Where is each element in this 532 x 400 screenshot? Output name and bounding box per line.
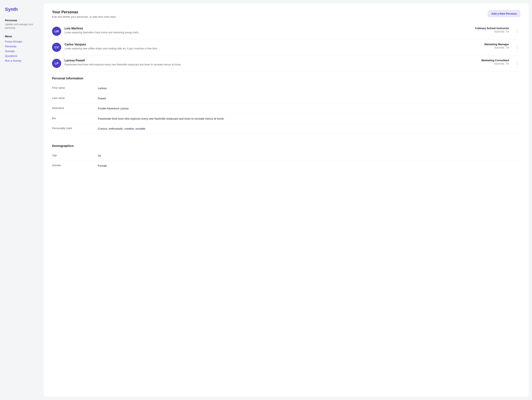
sidebar-menu-label: Menu <box>5 35 39 38</box>
sidebar-section-desc: Update and manage your personas. <box>5 23 39 30</box>
detail-label-firstname: First name <box>52 86 98 89</box>
add-persona-button[interactable]: Add a New Persona <box>488 10 520 17</box>
detail-row-lastname: Last name Powell <box>52 94 520 104</box>
detail-value-firstname: Larissa <box>98 86 520 90</box>
persona-role-block-luis: Culinary School Instructor Nashville, TN <box>475 27 509 33</box>
persona-location-carlos: Nashville, TN <box>485 46 509 49</box>
persona-list: LM Luis Martinez Loves exploring Nashvil… <box>52 23 520 71</box>
persona-name-carlos: Carlos Vasquez <box>64 43 481 46</box>
detail-label-personality: Personality traits <box>52 127 98 130</box>
persona-card-larissa[interactable]: LP Larissa Powell Passionate food lover … <box>52 55 520 71</box>
detail-value-lastname: Powell <box>98 97 520 101</box>
avatar-carlos: CV <box>52 43 61 52</box>
persona-menu-button-luis[interactable]: ⋮ <box>514 28 520 34</box>
avatar-larissa: LP <box>52 59 61 68</box>
persona-menu-button-larissa[interactable]: ⋮ <box>514 60 520 66</box>
sidebar-item-personas[interactable]: Personas <box>5 45 39 48</box>
page-header: Your Personas Edit and delete your perso… <box>52 10 520 18</box>
detail-label-age: Age <box>52 154 98 157</box>
detail-value-nickname: Foodie Adventure Larissa <box>98 106 520 111</box>
detail-label-nickname: Nickname <box>52 106 98 110</box>
detail-value-gender: Female <box>98 164 520 168</box>
persona-location-larissa: Nashville, TN <box>481 62 509 65</box>
page-title: Your Personas <box>52 10 116 14</box>
sidebar-item-surveys[interactable]: Surveys <box>5 50 39 53</box>
personal-info-title: Personal Information <box>52 77 520 80</box>
detail-row-firstname: First name Larissa <box>52 83 520 94</box>
detail-label-bio: Bio <box>52 117 98 120</box>
detail-value-bio: Passionate food lover who explores every… <box>98 117 520 121</box>
page-header-text: Your Personas Edit and delete your perso… <box>52 10 116 18</box>
demographics-section: Demographics Age 34 Gender Female <box>52 134 520 171</box>
persona-location-luis: Nashville, TN <box>475 30 509 33</box>
detail-row-bio: Bio Passionate food lover who explores e… <box>52 114 520 124</box>
main-content: Your Personas Edit and delete your perso… <box>44 3 529 397</box>
avatar-luis: LM <box>52 27 61 36</box>
persona-name-luis: Luis Martinez <box>64 27 472 30</box>
detail-value-personality: Curious, enthusiastic, creative, sociabl… <box>98 127 520 131</box>
app-logo: Synth <box>5 7 39 12</box>
persona-role-block-carlos: Marketing Manager Nashville, TN <box>485 43 509 49</box>
sidebar-item-focus-groups[interactable]: Focus Groups <box>5 40 39 43</box>
personal-info-section: Personal Information First name Larissa … <box>52 71 520 134</box>
persona-card-carlos[interactable]: CV Carlos Vasquez Loves exploring new co… <box>52 39 520 55</box>
persona-menu-button-carlos[interactable]: ⋮ <box>514 44 520 50</box>
persona-info-carlos: Carlos Vasquez Loves exploring new coffe… <box>64 43 481 50</box>
persona-info-luis: Luis Martinez Loves exploring Nashville'… <box>64 27 472 34</box>
detail-row-personality: Personality traits Curious, enthusiastic… <box>52 124 520 134</box>
sidebar-item-questions[interactable]: Questions <box>5 54 39 58</box>
detail-row-gender: Gender Female <box>52 161 520 171</box>
persona-card-luis[interactable]: LM Luis Martinez Loves exploring Nashvil… <box>52 23 520 39</box>
persona-bio-luis: Loves exploring Nashville's food scene a… <box>64 31 472 34</box>
sidebar-section-title: Personas <box>5 19 39 22</box>
detail-label-gender: Gender <box>52 164 98 167</box>
persona-role-carlos: Marketing Manager <box>485 43 509 46</box>
persona-name-larissa: Larissa Powell <box>64 59 478 62</box>
persona-role-block-larissa: Marketing Consultant Nashville, TN <box>481 59 509 65</box>
persona-info-larissa: Larissa Powell Passionate food lover who… <box>64 59 478 66</box>
sidebar-item-run-a-survey[interactable]: Run a Survey <box>5 59 39 62</box>
sidebar: Synth Personas Update and manage your pe… <box>0 0 44 400</box>
persona-bio-larissa: Passionate food lover who explores every… <box>64 63 478 66</box>
persona-bio-carlos: Loves exploring new coffee shops and cre… <box>64 47 481 50</box>
detail-row-nickname: Nickname Foodie Adventure Larissa <box>52 103 520 114</box>
detail-value-age: 34 <box>98 154 520 158</box>
detail-row-age: Age 34 <box>52 151 520 161</box>
detail-label-lastname: Last name <box>52 97 98 100</box>
persona-role-luis: Culinary School Instructor <box>475 27 509 30</box>
sidebar-nav: Focus Groups Personas Surveys Questions … <box>5 40 39 62</box>
persona-role-larissa: Marketing Consultant <box>481 59 509 62</box>
page-subtitle: Edit and delete your personas, or add ne… <box>52 15 116 18</box>
demographics-title: Demographics <box>52 144 520 148</box>
